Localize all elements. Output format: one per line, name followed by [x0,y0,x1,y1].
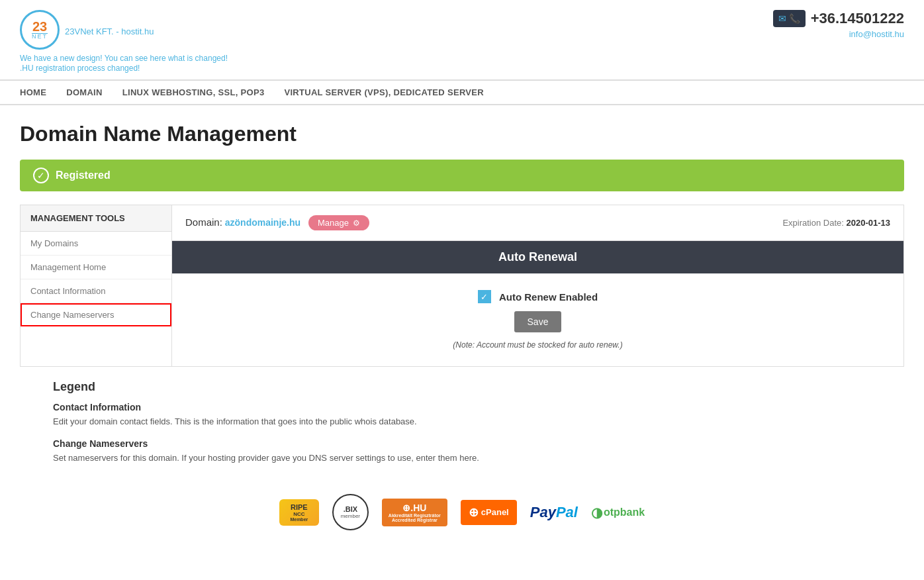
footer-logos: RIPE NCC Member .BIX member ⊕.HU Akkredi… [20,481,904,544]
legend-nameservers-title: Change Nameservers [53,438,891,449]
hu-logo: ⊕.HU Akkreditált Regisztrátor Accredited… [382,499,447,526]
logo-23: 23 [32,20,48,33]
gear-icon: ⚙ [353,218,360,228]
sidebar-item-management-home[interactable]: Management Home [21,256,171,279]
phone-number: +36.14501222 [811,10,904,27]
sidebar-title: MANAGEMENT TOOLS [21,205,171,232]
registered-check-icon: ✓ [33,168,49,183]
nav-webhosting[interactable]: LINUX WEBHOSTING, SSL, POP3 [122,87,265,97]
cpanel-logo: ⊕ cPanel [461,500,517,525]
save-button[interactable]: Save [514,311,562,332]
auto-renew-row: ✓ Auto Renew Enabled [478,290,598,303]
bix-logo: .BIX member [332,494,369,530]
legend-section: Legend Contact Information Edit your dom… [20,367,904,481]
legend-title: Legend [53,380,891,394]
phone-icon-wrap: ✉ 📞 [773,10,806,27]
logo-net: NET [32,33,48,40]
paypal-logo: PayPal [530,504,578,521]
page-title: Domain Name Management [20,122,904,146]
otp-logo: ◑ otpbank [591,505,645,520]
sidebar-item-change-nameservers[interactable]: Change Nameservers [21,303,171,326]
registered-bar: ✓ Registered [20,160,904,191]
main-content: Domain Name Management ✓ Registered MANA… [0,105,924,560]
nav-bar: HOME DOMAIN LINUX WEBHOSTING, SSL, POP3 … [0,79,924,105]
expiration-date: 2020-01-13 [847,218,891,228]
envelope-icon: ✉ [778,13,786,24]
phone-icon: 📞 [789,13,800,24]
expiration-info: Expiration Date: 2020-01-13 [782,218,890,228]
news-line-2: .HU registration process changed! [20,64,228,73]
ripe-logo: RIPE NCC Member [279,499,319,526]
nav-vps[interactable]: VIRTUAL SERVER (VPS), DEDICATED SERVER [284,87,484,97]
domain-label: Domain: [185,217,222,228]
auto-renewal-header: Auto Renewal [172,241,903,273]
nav-domain[interactable]: DOMAIN [66,87,103,97]
contact-area: ✉ 📞 +36.14501222 info@hostit.hu [773,10,904,39]
registered-label: Registered [56,169,111,181]
manage-button[interactable]: Manage ⚙ [308,215,369,230]
logo-circle: 23 NET [20,10,60,50]
news-line-1: We have a new design! You can see here w… [20,54,228,63]
sidebar-item-contact-information[interactable]: Contact Information [21,279,171,303]
legend-contact-title: Contact Information [53,402,891,412]
company-name: 23VNet KFT. - hostit.hu [65,26,154,36]
sidebar-item-my-domains[interactable]: My Domains [21,232,171,256]
sidebar: MANAGEMENT TOOLS My Domains Management H… [20,205,172,367]
content-layout: MANAGEMENT TOOLS My Domains Management H… [20,205,904,367]
right-panel: Domain: azöndomainje.hu Manage ⚙ Expirat… [172,205,904,367]
auto-renewal-body: ✓ Auto Renew Enabled Save (Note: Account… [172,273,903,366]
auto-renew-label: Auto Renew Enabled [499,291,598,303]
domain-name: azöndomainje.hu [225,217,300,228]
auto-renew-checkbox[interactable]: ✓ [478,290,491,303]
auto-renew-note: (Note: Account must be stocked for auto … [453,340,622,350]
domain-info-bar: Domain: azöndomainje.hu Manage ⚙ Expirat… [172,205,903,241]
legend-contact-desc: Edit your domain contact fields. This is… [53,415,891,428]
page-header: 23 NET 23VNet KFT. - hostit.hu We have a… [0,0,924,79]
logo-area: 23 NET 23VNet KFT. - hostit.hu We have a… [20,10,228,73]
nav-home[interactable]: HOME [20,87,46,97]
legend-nameservers-desc: Set nameservers for this domain. If your… [53,452,891,465]
email-link[interactable]: info@hostit.hu [773,29,904,39]
